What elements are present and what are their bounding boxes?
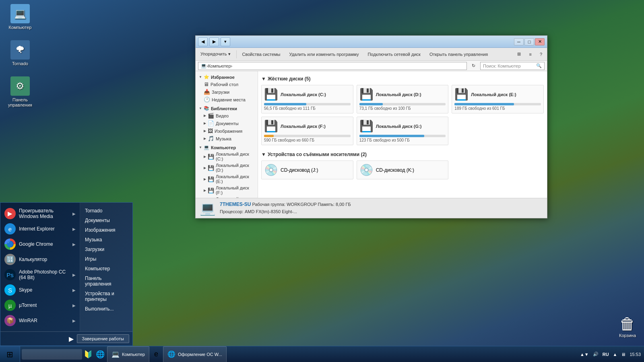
sidebar-images-label: Изображения [215,129,242,134]
desktop-icon-computer[interactable]: 💻 Компьютер [4,4,36,30]
sidebar-e[interactable]: ▶ 💾 Локальный диск (E:) [196,173,258,185]
drive-f[interactable]: 💾 Локальный диск (F:) 590 ГБ свободно из… [261,117,353,145]
computer-header[interactable]: ▼ 💻 Компьютер [196,144,258,151]
nav-dropdown-button[interactable]: ▾ [221,37,230,46]
drive-d[interactable]: 💾 Локальный диск (D:) 73,1 ГБ свободно и… [357,85,449,113]
sm-right-downloads[interactable]: Загрузки [80,245,132,254]
sidebar-music-label: Музыка [216,136,231,141]
shutdown-button[interactable]: Завершение работы [77,334,129,343]
taskbar-language[interactable]: RU [603,352,609,357]
sm-item-ps[interactable]: Ps Adobe Photoshop CC (64 Bit) ▶ [0,267,80,282]
sm-item-calc[interactable]: 🔢 Калькулятор [0,252,80,267]
taskbar-search[interactable] [22,349,82,360]
sm-right-music[interactable]: Музыка [80,235,132,245]
sm-ps-arrow: ▶ [72,273,76,277]
toolbar-network[interactable]: Подключить сетевой диск [364,51,423,58]
minimize-button[interactable]: ─ [514,38,524,45]
sm-item-utorrent[interactable]: µ µTorrent ▶ [0,298,80,313]
sm-right-cp[interactable]: Панель управления [80,274,132,289]
search-label: Поиск: Компьютер [483,64,521,68]
status-pc-icon: 💻 [200,201,216,216]
toolbar-system-props[interactable]: Свойства системы [239,51,284,58]
sidebar-recent[interactable]: 🕐 Недавние места [196,96,258,103]
c-icon: 💾 [208,154,214,160]
start-button[interactable]: ⊞ [0,346,20,362]
sm-right-run[interactable]: Выполнить... [80,304,132,314]
nav-back-button[interactable]: ◀ [198,37,208,46]
view-list-button[interactable]: ≡ [526,50,535,58]
toolbar-uninstall[interactable]: Удалить или изменить программу [286,51,362,58]
libraries-header[interactable]: ▼ 📚 Библиотеки [196,105,258,112]
sidebar-images[interactable]: ▶ 🖼 Изображения [196,127,258,135]
toolbar-organize[interactable]: Упорядочить ▾ [197,50,234,58]
drive-c-bar-bg [264,103,351,105]
view-tiles-button[interactable]: ⊞ [514,50,524,58]
drive-e[interactable]: 💾 Локальный диск (E:) 189 ГБ свободно из… [452,85,544,113]
sm-right-images[interactable]: Изображения [80,225,132,235]
sm-right-computer[interactable]: Компьютер [80,264,132,274]
drive-g[interactable]: 💾 Локальный диск (G:) 123 ГБ свободно из… [357,117,449,145]
cd-j-icon: 💿 [264,163,278,177]
refresh-button[interactable]: ↻ [469,62,479,70]
taskbar-chrome[interactable]: 🌐 Оформление ОС W... [163,346,227,362]
taskbar-sound-icon: 🔊 [593,352,599,357]
status-cpu-label: Процессор: [220,209,245,214]
taskbar-ie[interactable]: e [150,346,162,362]
sidebar-d-label: Локальный диск (D:) [216,163,254,173]
hd-title-label: Жёсткие диски (5) [268,76,311,82]
video-arrow: ▶ [204,114,206,117]
close-button[interactable]: ✕ [535,38,545,45]
sidebar-music[interactable]: ▶ 🎵 Музыка [196,135,258,142]
taskbar-icon2[interactable]: 🌐 [94,346,106,362]
sidebar-downloads[interactable]: 📥 Загрузки [196,88,258,96]
explorer-toolbar: Упорядочить ▾ Свойства системы Удалить и… [196,48,547,61]
sm-right-tornado[interactable]: Tornado [80,206,132,216]
toolbar-control-panel[interactable]: Открыть панель управления [426,51,491,58]
hard-drives-title[interactable]: ▼ Жёсткие диски (5) [261,76,544,82]
sidebar-f-label: Локальный диск (F:) [216,185,254,195]
drive-e-icon: 💾 [454,88,469,101]
nav-forward-button[interactable]: ▶ [209,37,219,46]
sidebar-c[interactable]: ▶ 💾 Локальный диск (C:) [196,151,258,162]
start-menu-top: ▶ ПроигрывательWindows Media ▶ e Interne… [0,203,132,331]
window-controls: ─ □ ✕ [514,38,545,45]
maximize-button[interactable]: □ [524,38,534,45]
sidebar-c-label: Локальный диск (C:) [216,152,254,161]
cd-k[interactable]: 💿 CD-дисковод (K:) [357,160,449,179]
taskbar-time-display: 15:53 [630,352,641,357]
drive-c[interactable]: 💾 Локальный диск (C:) 56,5 ГБ свободно и… [261,85,353,113]
sm-item-ie[interactable]: e Internet Explorer ▶ [0,221,80,237]
taskbar-icon1[interactable]: 🔰 [82,346,94,362]
sm-bottom-icon[interactable]: ▶ [69,335,74,343]
recycle-bin[interactable]: 🗑 Корзина [619,315,636,338]
favorites-header[interactable]: ▼ ⭐ Избранное [196,74,258,80]
desktop-icon-controlpanel[interactable]: ⚙ Панельуправления [4,76,36,108]
drive-d-info: Локальный диск (D:) [376,92,421,97]
taskbar-right: ▲▼ 🔊 RU ▲ 🖥 15:53 [580,352,644,357]
address-path[interactable]: 💻 › Компьютер › [198,62,467,70]
help-button[interactable]: ? [537,50,545,58]
sm-item-skype[interactable]: S Skype ▶ [0,282,80,298]
desktop-icon-tornado[interactable]: 🌪 Tornado [4,40,36,66]
sm-right-docs[interactable]: Документы [80,216,132,225]
sm-item-media[interactable]: ▶ ПроигрывательWindows Media ▶ [0,206,80,221]
sidebar-d[interactable]: ▶ 💾 Локальный диск (D:) [196,162,258,173]
search-box[interactable]: Поиск: Компьютер 🔍 [480,62,545,70]
sm-right-games[interactable]: Игры [80,254,132,264]
drive-f-free: 590 ГБ свободно из 660 ГБ [264,138,351,142]
sm-item-chrome[interactable]: 🔵 Google Chrome ▶ [0,237,80,252]
sm-right-devices[interactable]: Устройства и принтеры [80,289,132,304]
taskbar-explorer-label: Компьютер [122,352,145,357]
sm-utorrent-icon: µ [4,300,16,311]
taskbar-explorer[interactable]: 💻 Компьютер [107,346,149,362]
sidebar-desktop[interactable]: 🖥 Рабочий стол [196,80,258,88]
sidebar-e-label: Локальный диск (E:) [216,174,254,184]
cd-j[interactable]: 💿 CD-дисковод (J:) [261,160,353,179]
sidebar-video[interactable]: ▶ 🎬 Видео [196,112,258,119]
drive-c-icon: 💾 [264,88,278,101]
sidebar-f[interactable]: ▶ 💾 Локальный диск (F:) [196,185,258,196]
sidebar-docs[interactable]: ▶ 📄 Документы [196,119,258,127]
cd-k-name: CD-дисковод (K:) [376,167,414,173]
sm-item-winrar[interactable]: 📦 WinRAR ▶ [0,313,80,328]
removable-title[interactable]: ▼ Устройства со съёмными носителями (2) [261,152,544,157]
